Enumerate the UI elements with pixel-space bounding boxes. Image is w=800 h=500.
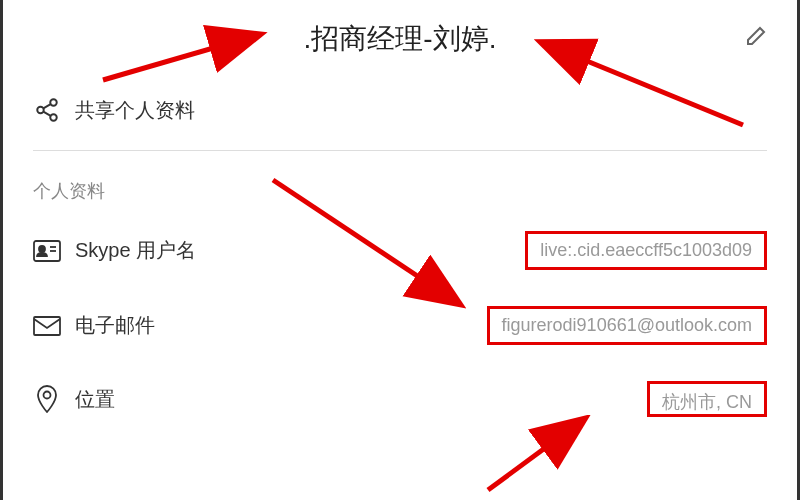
divider bbox=[33, 150, 767, 151]
skype-username-value: live:.cid.eaeccff5c1003d09 bbox=[525, 231, 767, 270]
id-card-icon bbox=[33, 239, 61, 263]
skype-username-label: Skype 用户名 bbox=[75, 237, 196, 264]
annotation-arrow bbox=[483, 415, 593, 495]
profile-header: .招商经理-刘婷. bbox=[3, 0, 797, 78]
email-label: 电子邮件 bbox=[75, 312, 155, 339]
svg-line-18 bbox=[488, 420, 583, 490]
pin-icon bbox=[33, 387, 61, 411]
share-icon bbox=[33, 96, 61, 124]
svg-point-0 bbox=[50, 99, 57, 106]
svg-line-4 bbox=[43, 112, 50, 116]
svg-rect-5 bbox=[34, 241, 60, 261]
svg-point-1 bbox=[37, 107, 44, 114]
svg-rect-9 bbox=[34, 317, 60, 335]
location-value: 杭州市, CN bbox=[647, 381, 767, 417]
profile-title: .招商经理-刘婷. bbox=[304, 20, 497, 58]
envelope-icon bbox=[33, 314, 61, 338]
pencil-icon[interactable] bbox=[743, 25, 767, 53]
svg-point-2 bbox=[50, 114, 57, 121]
section-title: 个人资料 bbox=[3, 159, 797, 213]
svg-line-3 bbox=[43, 104, 50, 108]
svg-point-10 bbox=[44, 392, 51, 399]
email-value: figurerodi910661@outlook.com bbox=[487, 306, 767, 345]
share-profile-row[interactable]: 共享个人资料 bbox=[3, 78, 797, 142]
email-row[interactable]: 电子邮件 figurerodi910661@outlook.com bbox=[3, 288, 797, 363]
location-row[interactable]: 位置 杭州市, CN bbox=[3, 363, 797, 422]
share-profile-label: 共享个人资料 bbox=[75, 97, 195, 124]
skype-username-row[interactable]: Skype 用户名 live:.cid.eaeccff5c1003d09 bbox=[3, 213, 797, 288]
svg-point-6 bbox=[39, 246, 45, 252]
location-label: 位置 bbox=[75, 386, 115, 413]
